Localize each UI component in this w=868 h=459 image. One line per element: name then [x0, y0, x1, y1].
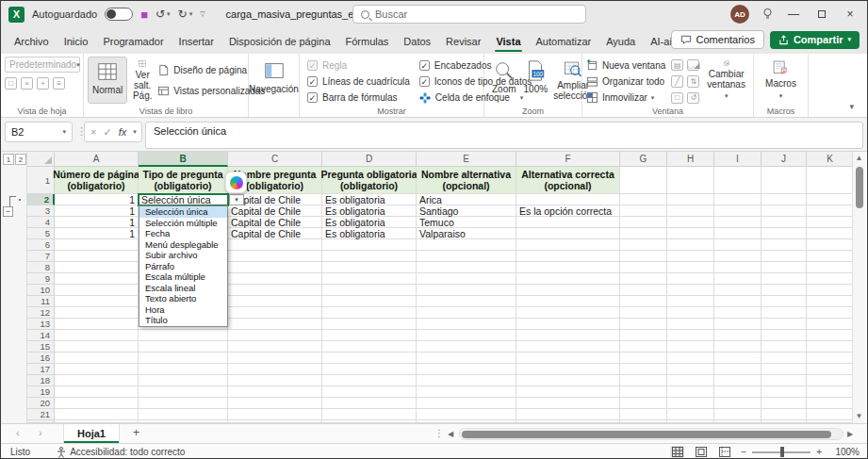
cell-A12[interactable] — [55, 307, 139, 319]
cell-B17[interactable] — [139, 364, 228, 375]
cell-A16[interactable] — [55, 352, 139, 364]
row-header-21[interactable]: 21 — [27, 409, 55, 420]
cell-I5[interactable] — [714, 228, 762, 239]
dropdown-item-titulo[interactable]: Título — [139, 315, 227, 326]
cell-G12[interactable] — [620, 307, 667, 319]
tab-datos[interactable]: Datos — [396, 30, 438, 54]
row-header-13[interactable]: 13 — [27, 319, 55, 330]
outline-level-2-button[interactable]: 2 — [15, 154, 26, 165]
cell-B15[interactable] — [139, 341, 228, 352]
cell-C13[interactable] — [228, 319, 322, 330]
cell-F10[interactable] — [516, 285, 620, 296]
vertical-scroll-thumb[interactable] — [856, 167, 863, 208]
cell-F16[interactable] — [516, 352, 620, 364]
cell-K12[interactable] — [807, 307, 854, 319]
cell-E9[interactable] — [417, 273, 516, 285]
cell-I11[interactable] — [714, 296, 762, 307]
dropdown-item-texto-abierto[interactable]: Texto abierto — [139, 293, 227, 304]
search-input[interactable]: Buscar — [352, 5, 586, 24]
cell-G9[interactable] — [620, 273, 667, 285]
cell-K11[interactable] — [807, 296, 854, 307]
cell-I16[interactable] — [714, 352, 762, 364]
zoom-slider-thumb[interactable] — [780, 447, 784, 457]
tab-revisar[interactable]: Revisar — [438, 30, 488, 54]
cell-D16[interactable] — [322, 352, 417, 364]
cell-E18[interactable] — [417, 375, 516, 386]
checkbox-barra-de-formulas[interactable]: ✓Barra de fórmulas — [307, 91, 410, 104]
cell-A21[interactable] — [55, 409, 139, 420]
cell-I6[interactable] — [714, 239, 762, 251]
cell-K20[interactable] — [807, 398, 854, 409]
cell-F11[interactable] — [516, 296, 620, 307]
cell-A8[interactable] — [55, 262, 139, 273]
cell-K7[interactable] — [807, 251, 854, 262]
cell-H8[interactable] — [667, 262, 714, 273]
cell-I2[interactable] — [714, 194, 762, 205]
copilot-button[interactable] — [225, 172, 247, 193]
cell-D19[interactable] — [322, 386, 417, 398]
sheet-view-options-icon[interactable]: ≡ — [53, 77, 65, 90]
cell-J9[interactable] — [762, 273, 807, 285]
cell-F8[interactable] — [516, 262, 620, 273]
quick-access-customize-icon[interactable]: ▽ — [200, 10, 205, 18]
cell-B19[interactable] — [139, 386, 228, 398]
add-sheet-button[interactable]: + — [133, 426, 139, 439]
row-header-2[interactable]: 2 — [27, 194, 55, 205]
cell-E6[interactable] — [417, 239, 516, 251]
page-break-view-button[interactable]: Ver salt. Pág. — [127, 57, 157, 104]
formula-input[interactable]: Selección única — [145, 122, 863, 149]
cell-J13[interactable] — [762, 319, 807, 330]
cell-I10[interactable] — [714, 285, 762, 296]
row-header-10[interactable]: 10 — [27, 285, 55, 296]
tab-formulas[interactable]: Fórmulas — [338, 30, 397, 54]
cell-F21[interactable] — [516, 409, 620, 420]
cell-D20[interactable] — [322, 398, 417, 409]
cell-E13[interactable] — [417, 319, 516, 330]
tabbar-splitter[interactable]: ⋮ — [434, 428, 444, 438]
cell-A3[interactable]: 1 — [55, 205, 139, 217]
cell-E4[interactable]: Temuco — [417, 217, 516, 228]
cell-I12[interactable] — [714, 307, 762, 319]
cell-D2[interactable]: Es obligatoria — [322, 194, 417, 205]
cell-F19[interactable] — [516, 386, 620, 398]
horizontal-scrollbar[interactable] — [459, 428, 843, 440]
cell-A9[interactable] — [55, 273, 139, 285]
cell-F7[interactable] — [516, 251, 620, 262]
cell-H20[interactable] — [667, 398, 714, 409]
prev-sheet-icon[interactable]: ‹ — [16, 427, 20, 438]
cell-C10[interactable] — [228, 285, 322, 296]
cell-G3[interactable] — [620, 205, 667, 217]
tab-disposicion-de-pagina[interactable]: Disposición de página — [221, 30, 338, 54]
collapse-ribbon-icon[interactable]: ▾ — [849, 102, 854, 111]
cell-F20[interactable] — [516, 398, 620, 409]
cell-B18[interactable] — [139, 375, 228, 386]
cell-J5[interactable] — [762, 228, 807, 239]
cell-I3[interactable] — [714, 205, 762, 217]
cell-G2[interactable] — [620, 194, 667, 205]
cell-H4[interactable] — [667, 217, 714, 228]
column-header-e[interactable]: E — [417, 152, 516, 167]
cell-E19[interactable] — [417, 386, 516, 398]
cell-J16[interactable] — [762, 352, 807, 364]
cell-B1[interactable]: Tipo de pregunta(obligatorio) — [139, 167, 228, 194]
cell-E1[interactable]: Nombre alternativa(opcional) — [417, 167, 516, 194]
cell-I9[interactable] — [714, 273, 762, 285]
cell-G15[interactable] — [620, 341, 667, 352]
outline-level-1-button[interactable]: 1 — [3, 154, 14, 165]
cell-F18[interactable] — [516, 375, 620, 386]
cell-E12[interactable] — [417, 307, 516, 319]
cell-K17[interactable] — [807, 364, 854, 375]
cell-H5[interactable] — [667, 228, 714, 239]
cell-H15[interactable] — [667, 341, 714, 352]
restore-button[interactable] — [814, 8, 829, 21]
cell-J7[interactable] — [762, 251, 807, 262]
scroll-up-icon[interactable]: ▲ — [853, 152, 865, 165]
tab-automatizar[interactable]: Automatizar — [529, 30, 599, 54]
cell-K18[interactable] — [807, 375, 854, 386]
share-button[interactable]: Compartir ▾ — [770, 31, 860, 49]
row-header-7[interactable]: 7 — [27, 251, 55, 262]
sheet-tab-hoja1[interactable]: Hoja1 — [63, 424, 120, 443]
cell-K16[interactable] — [807, 352, 854, 364]
cell-K10[interactable] — [807, 285, 854, 296]
cell-G17[interactable] — [620, 364, 667, 375]
